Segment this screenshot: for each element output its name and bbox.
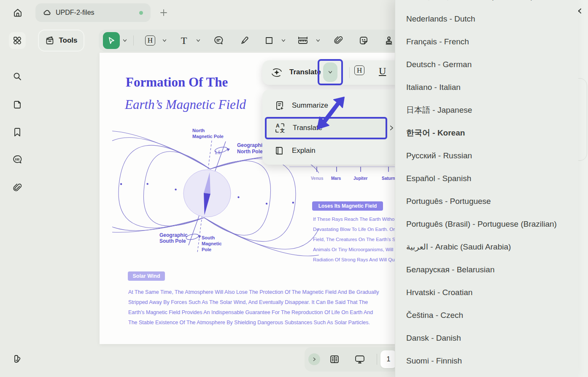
underlying-panel-edge — [577, 0, 588, 377]
document-tab[interactable]: UPDF-2-files — [35, 3, 151, 22]
cloud-icon — [43, 8, 51, 17]
highlighter-tool-button[interactable] — [238, 34, 251, 47]
solar-wind-badge: Solar Wind — [128, 271, 165, 281]
sidebar-item-search[interactable] — [9, 68, 26, 85]
new-tab-button[interactable] — [157, 6, 170, 19]
svg-text:A: A — [276, 123, 280, 129]
book-open-icon — [329, 354, 340, 365]
language-option-dutch[interactable]: Nederlands - Dutch — [395, 14, 578, 24]
paragraph-line: Stripped Away By Forces Such As The Sola… — [128, 299, 368, 305]
sidebar-item-pages[interactable] — [9, 96, 26, 113]
translate-dropdown-highlight-box — [318, 59, 343, 85]
summarize-sparkle-icon — [274, 100, 285, 111]
language-option-arabic[interactable]: العربية - Arabic (Saudi Arabia) — [395, 241, 578, 252]
language-option-portuguese[interactable]: Português - Portuguese — [395, 196, 578, 207]
text-tool-button[interactable]: T — [177, 34, 191, 47]
language-option-czech[interactable]: Čeština - Czech — [395, 310, 578, 321]
annotate-comment-button[interactable] — [212, 34, 225, 47]
sidebar-item-comments[interactable] — [9, 151, 26, 168]
text-tool-icon: T — [181, 35, 187, 46]
language-option-belarusian[interactable]: Беларуская - Belarusian — [395, 264, 578, 275]
translate-button-label[interactable]: Translate — [289, 68, 321, 76]
paragraph-line: At The Same Time, The Atmosphere Will Al… — [128, 289, 379, 295]
measure-tool-button[interactable] — [296, 34, 310, 47]
sidebar-item-thumbnails[interactable] — [9, 32, 26, 49]
planet-axis — [289, 163, 405, 173]
page-number-value: 1 — [387, 355, 391, 363]
menu-item-explain[interactable]: Explain — [267, 141, 393, 160]
heading-format-button[interactable]: H — [354, 66, 364, 75]
underline-button[interactable]: U — [379, 65, 386, 77]
page-number-input[interactable]: 1 — [380, 350, 396, 368]
svg-text:文: 文 — [280, 128, 285, 133]
heading-tool-button[interactable]: H — [143, 34, 157, 47]
view-controls-bar: 1 — [305, 347, 406, 372]
tools-button[interactable]: Tools — [38, 30, 84, 52]
doc-title-line1: Formation Of The — [126, 75, 228, 90]
translate-icon: A 文 — [274, 122, 286, 134]
square-icon — [264, 36, 274, 45]
explain-book-icon — [274, 145, 285, 156]
home-icon — [13, 8, 23, 18]
tools-label: Tools — [59, 36, 77, 45]
home-button[interactable] — [8, 3, 27, 22]
language-dropdown: 中文（繁體）- Chinese (Traditional) Nederlands… — [395, 0, 578, 377]
select-tool-button[interactable] — [103, 32, 120, 49]
sidebar-item-bookmarks[interactable] — [9, 124, 26, 141]
language-option-german[interactable]: Deutsch - German — [395, 59, 578, 70]
translate-dropdown-chevron[interactable] — [323, 62, 337, 82]
planet-label-mars: Mars — [331, 176, 341, 181]
attach-file-button[interactable] — [332, 34, 345, 47]
language-option-korean[interactable]: 한국어 - Korean — [395, 127, 578, 138]
language-option-spanish[interactable]: Español - Spanish — [395, 173, 578, 184]
reader-mode-button[interactable] — [328, 353, 341, 366]
language-option-portuguese-br[interactable]: Português (Brasil) - Portuguese (Brazili… — [395, 219, 578, 230]
selection-toolbar: Translate H U — [262, 60, 408, 85]
right-col-line: Devastating Blow To Life On Earth. One — [313, 227, 399, 232]
heading-tool-chevron[interactable] — [161, 37, 168, 44]
expand-button[interactable] — [308, 353, 320, 365]
select-tool-chevron[interactable] — [121, 37, 128, 44]
presentation-mode-button[interactable] — [353, 353, 367, 366]
pointer-arrow — [311, 94, 347, 134]
language-option-partial[interactable]: 中文（繁體）- Chinese (Traditional) — [395, 0, 578, 2]
planet-label-venus: Venus — [311, 176, 323, 181]
ai-assistant-icon — [270, 66, 283, 79]
language-option-finnish[interactable]: Suomi - Finnish — [395, 355, 578, 366]
shape-tool-button[interactable] — [262, 34, 276, 47]
planet-label-saturn: Saturn — [382, 176, 395, 181]
menu-item-label: Explain — [292, 146, 316, 155]
diagram-south-label-3: Pole — [202, 247, 211, 252]
diagram-geo-south-1: Geographic — [159, 232, 188, 238]
loses-magnetic-field-badge: Loses Its Magnetic Field — [312, 201, 383, 211]
sidebar-item-themes[interactable] — [9, 350, 26, 367]
paperclip-icon — [333, 35, 343, 46]
language-option-japanese[interactable]: 日本語 - Japanese — [395, 105, 578, 116]
language-option-french[interactable]: Français - French — [395, 36, 578, 47]
right-col-line: Animals Or Tiny Microorganisms, Will F — [313, 247, 398, 252]
paragraph-line: Earth's Magnetic Field Provides An Indis… — [128, 309, 373, 315]
sidebar-item-attachments[interactable] — [9, 179, 26, 196]
right-col-line: If These Rays Reach The Earth Withou — [313, 217, 397, 222]
planet-label-jupiter: Jupiter — [353, 176, 367, 181]
language-option-danish[interactable]: Dansk - Danish — [395, 333, 578, 344]
screen-share-icon — [354, 354, 366, 365]
shape-tool-chevron[interactable] — [280, 37, 287, 44]
submenu-chevron-right-icon — [388, 125, 395, 131]
diagram-tilt-angle: 1.5 — [215, 150, 221, 155]
sticker-icon — [359, 35, 369, 46]
plus-icon — [159, 8, 168, 17]
cursor-icon — [107, 36, 116, 45]
diagram-south-label-1: South — [202, 235, 215, 240]
page-icon — [12, 100, 22, 110]
diagram-north-label-1: North — [192, 128, 205, 133]
stamp-tool-button[interactable] — [382, 34, 396, 47]
text-tool-chevron[interactable] — [195, 37, 202, 44]
diagram-geo-south-2: South Pole — [159, 238, 186, 244]
language-option-italian[interactable]: Italiano - Italian — [395, 82, 578, 93]
language-option-croatian[interactable]: Hrvatski - Croatian — [395, 287, 578, 298]
heading-icon: H — [354, 65, 364, 75]
language-option-russian[interactable]: Русский - Russian — [395, 150, 578, 161]
measure-tool-chevron[interactable] — [315, 37, 321, 44]
sticker-tool-button[interactable] — [357, 34, 370, 47]
